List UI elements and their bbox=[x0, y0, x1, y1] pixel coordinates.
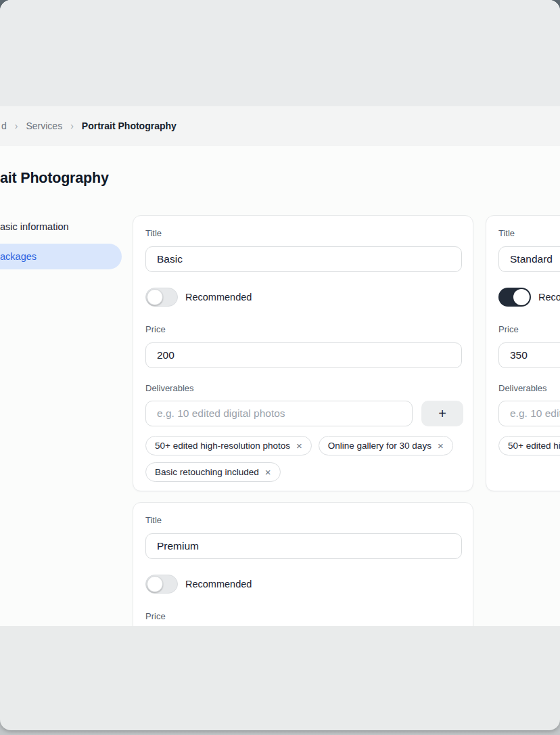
breadcrumb-item-services[interactable]: Services bbox=[26, 120, 62, 131]
recommended-toggle[interactable] bbox=[145, 288, 178, 307]
page-content: ait Photography asic information ackages… bbox=[0, 146, 560, 626]
price-label: Price bbox=[145, 611, 166, 621]
title-label: Title bbox=[145, 228, 162, 238]
recommended-label: Recommended bbox=[185, 292, 252, 303]
sidebar-item-packages[interactable]: ackages bbox=[0, 244, 122, 269]
breadcrumb-item-dashboard[interactable]: d bbox=[1, 120, 7, 131]
screenshot-stage: d › Services › Portrait Photography ait … bbox=[0, 0, 560, 735]
deliverable-chip: 50+ edited high-resolution photos × bbox=[145, 436, 312, 455]
sidebar-item-packages-label: ackages bbox=[0, 251, 37, 262]
sidebar-item-basic-information[interactable]: asic information bbox=[0, 216, 69, 238]
title-label: Title bbox=[498, 228, 515, 238]
breadcrumb-item-current: Portrait Photography bbox=[82, 120, 177, 131]
title-label: Title bbox=[145, 515, 162, 525]
remove-chip-icon[interactable]: × bbox=[296, 441, 302, 451]
deliverables-label: Deliverables bbox=[145, 383, 194, 393]
title-input[interactable] bbox=[145, 246, 462, 272]
package-card-premium: Title Recommended Price bbox=[133, 502, 473, 626]
remove-chip-icon[interactable]: × bbox=[265, 467, 271, 477]
deliverables-label: Deliverables bbox=[498, 383, 547, 393]
chevron-right-icon: › bbox=[15, 120, 18, 131]
package-card-standard: Title Recommended Price Deliverables + 5… bbox=[486, 215, 560, 491]
window-header bbox=[0, 0, 560, 106]
recommended-row: Recommended bbox=[498, 288, 560, 307]
toggle-knob bbox=[513, 289, 530, 305]
recommended-row: Recommended bbox=[145, 288, 252, 307]
chip-label: 50+ edited high-resolution photos bbox=[155, 441, 290, 451]
page-title: ait Photography bbox=[0, 170, 109, 187]
deliverable-input[interactable] bbox=[145, 401, 413, 426]
app-window: d › Services › Portrait Photography ait … bbox=[0, 0, 560, 730]
recommended-toggle[interactable] bbox=[145, 575, 178, 594]
package-card-basic: Title Recommended Price Deliverables + 5… bbox=[133, 215, 473, 491]
recommended-toggle[interactable] bbox=[498, 288, 531, 307]
price-label: Price bbox=[145, 324, 166, 334]
title-input[interactable] bbox=[498, 246, 560, 272]
deliverable-chips: 50+ edited high-resolution photos × Onli… bbox=[498, 436, 560, 455]
price-input[interactable] bbox=[498, 342, 560, 368]
deliverable-chip: Online gallery for 30 days × bbox=[319, 436, 453, 455]
deliverable-chip: Basic retouching included × bbox=[145, 462, 281, 482]
chip-label: Basic retouching included bbox=[155, 467, 259, 477]
toggle-knob bbox=[147, 289, 163, 305]
toggle-knob bbox=[147, 576, 163, 592]
add-deliverable-button[interactable]: + bbox=[421, 401, 463, 426]
chip-label: Online gallery for 30 days bbox=[328, 441, 431, 451]
breadcrumb: d › Services › Portrait Photography bbox=[0, 106, 560, 146]
deliverable-chips: 50+ edited high-resolution photos × Onli… bbox=[145, 436, 463, 482]
deliverable-input[interactable] bbox=[498, 401, 560, 426]
recommended-row: Recommended bbox=[145, 575, 252, 594]
price-input[interactable] bbox=[145, 342, 462, 368]
chip-label: 50+ edited high-resolution photos bbox=[508, 441, 560, 451]
price-label: Price bbox=[498, 324, 519, 334]
chevron-right-icon: › bbox=[70, 120, 74, 131]
title-input[interactable] bbox=[145, 533, 462, 559]
deliverable-chip: 50+ edited high-resolution photos × bbox=[498, 436, 560, 455]
recommended-label: Recommended bbox=[538, 292, 560, 303]
remove-chip-icon[interactable]: × bbox=[438, 441, 444, 451]
recommended-label: Recommended bbox=[185, 579, 252, 589]
